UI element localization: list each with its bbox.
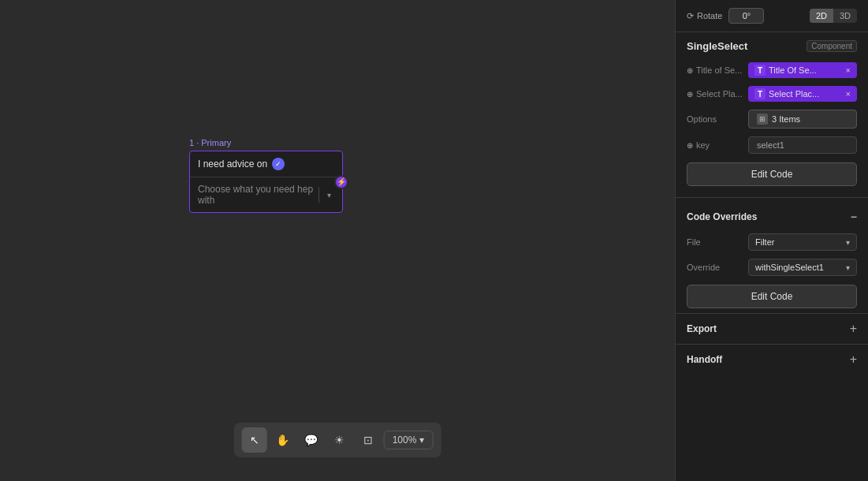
override-select[interactable]: withSingleSelect1 ▾ [748, 259, 857, 276]
file-select[interactable]: Filter ▾ [748, 233, 857, 251]
rotate-icon: ⟳ [687, 11, 694, 21]
prop-dot-icon: ⊕ [687, 66, 693, 75]
select-close-icon[interactable]: × [846, 90, 851, 99]
override-row: Override withSingleSelect1 ▾ [676, 255, 868, 280]
options-value: 3 Items [772, 114, 800, 124]
lightning-badge: ⚡ [334, 175, 348, 189]
bottom-toolbar: ↖ ✋ 💬 ☀ ⊡ 100% ▾ [234, 423, 441, 457]
3d-button[interactable]: 3D [833, 9, 857, 23]
select-pla-label-text: Select Pla... [696, 89, 743, 99]
frame-label: 1 · Primary [189, 138, 343, 147]
export-plus-icon: + [850, 322, 857, 336]
title-of-se-chip[interactable]: T Title Of Se... × [748, 62, 857, 78]
select-title: I need advice on [198, 158, 267, 170]
rotate-section: ⟳ Rotate [687, 8, 764, 24]
rotate-text: Rotate [697, 11, 722, 21]
override-label: Override [687, 263, 743, 272]
right-panel: ⟳ Rotate 2D 3D SingleSelect Component ⊕ … [675, 0, 868, 481]
hand-tool-button[interactable]: ✋ [270, 427, 296, 453]
key-row: ⊕ key select1 [676, 132, 868, 158]
export-label: Export [687, 323, 717, 334]
component-frame: 1 · Primary I need advice on ✓ ⚡ Choose … [189, 138, 343, 213]
component-tag: Component [807, 40, 857, 52]
title-of-se-value: Title Of Se... [769, 65, 843, 75]
file-label: File [687, 237, 743, 247]
key-value: select1 [748, 136, 857, 154]
grid-icon: ⊞ [757, 114, 768, 125]
check-icon: ✓ [272, 158, 285, 170]
override-chevron-icon: ▾ [846, 263, 850, 272]
options-row: Options ⊞ 3 Items [676, 106, 868, 132]
cursor-tool-button[interactable]: ↖ [242, 427, 267, 453]
t2-icon: T [754, 88, 766, 99]
title-of-se-label: ⊕ Title of Se... [687, 65, 743, 75]
chevron-down-icon: ▾ [324, 191, 334, 199]
handoff-plus-icon: + [850, 352, 857, 367]
select-placeholder: Choose what you need hep with [198, 184, 314, 206]
rotate-input[interactable] [728, 8, 764, 24]
edit-code-button[interactable]: Edit Code [687, 162, 857, 186]
title-close-icon[interactable]: × [846, 66, 851, 75]
file-chevron-icon: ▾ [846, 238, 850, 247]
title-of-se-label-text: Title of Se... [696, 65, 742, 75]
export-row[interactable]: Export + [676, 313, 868, 344]
override-value: withSingleSelect1 [755, 263, 824, 272]
select-pla-row: ⊕ Select Pla... T Select Plac... × [676, 82, 868, 106]
code-overrides-header[interactable]: Code Overrides − [676, 204, 868, 229]
dim-toggle: 2D 3D [810, 9, 857, 23]
component-header: SingleSelect Component [676, 32, 868, 58]
zoom-arrow-icon: ▾ [419, 434, 424, 446]
sun-tool-button[interactable]: ☀ [327, 427, 352, 453]
comment-tool-button[interactable]: 💬 [299, 427, 324, 453]
canvas: 1 · Primary I need advice on ✓ ⚡ Choose … [0, 0, 675, 481]
select-widget[interactable]: I need advice on ✓ ⚡ Choose what you nee… [189, 151, 343, 213]
panel-divider [676, 197, 868, 198]
select-divider [319, 187, 319, 203]
select-header: I need advice on ✓ ⚡ [190, 151, 342, 177]
component-name: SingleSelect [687, 40, 747, 52]
t-icon: T [754, 65, 766, 76]
key-label-text: key [696, 140, 710, 150]
key-dot-icon: ⊕ [687, 141, 693, 150]
prop-dot2-icon: ⊕ [687, 90, 693, 99]
file-row: File Filter ▾ [676, 229, 868, 255]
select-header-left: I need advice on ✓ [198, 158, 285, 170]
rotate-label: ⟳ Rotate [687, 11, 722, 21]
select-pla-value: Select Plac... [769, 89, 843, 99]
2d-button[interactable]: 2D [810, 9, 833, 23]
handoff-row[interactable]: Handoff + [676, 344, 868, 375]
zoom-control[interactable]: 100% ▾ [384, 431, 434, 449]
edit-code-2-button[interactable]: Edit Code [687, 285, 857, 308]
file-value: Filter [755, 237, 774, 247]
panel-top: ⟳ Rotate 2D 3D [676, 0, 868, 32]
select-pla-chip[interactable]: T Select Plac... × [748, 86, 857, 102]
options-label: Options [687, 114, 743, 124]
handoff-label: Handoff [687, 354, 722, 365]
key-label: ⊕ key [687, 140, 743, 150]
options-chip[interactable]: ⊞ 3 Items [748, 110, 857, 129]
select-body[interactable]: Choose what you need hep with ▾ [190, 177, 342, 212]
select-pla-label: ⊕ Select Pla... [687, 89, 743, 99]
title-of-se-row: ⊕ Title of Se... T Title Of Se... × [676, 58, 868, 82]
zoom-value: 100% [393, 434, 417, 446]
frame-tool-button[interactable]: ⊡ [356, 427, 381, 453]
collapse-icon: − [851, 211, 857, 223]
code-overrides-title: Code Overrides [687, 211, 757, 222]
